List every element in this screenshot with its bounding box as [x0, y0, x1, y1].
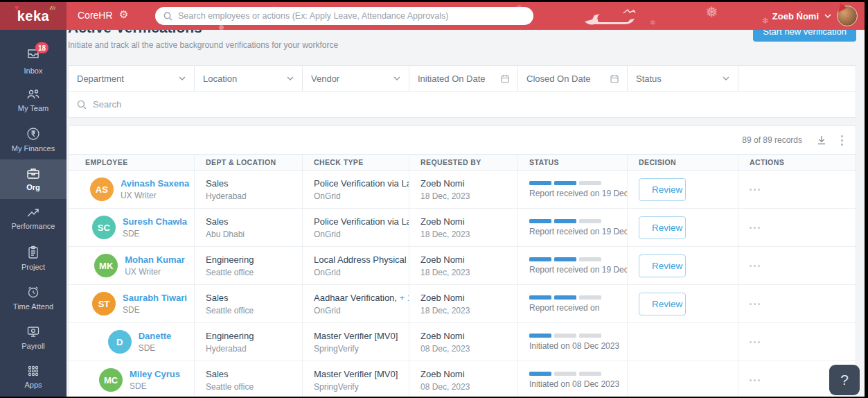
- sidebar-item-apps[interactable]: Apps: [0, 357, 67, 397]
- keka-logo-text: ♥ keka: [17, 8, 50, 24]
- progress-bar: [529, 295, 627, 300]
- help-button[interactable]: ?: [829, 365, 860, 395]
- heart-icon: ♥: [15, 3, 19, 12]
- sidebar-item-org[interactable]: Org: [0, 159, 67, 199]
- row-actions-button[interactable]: [750, 227, 856, 229]
- review-button[interactable]: Review: [639, 254, 686, 277]
- employee-name-link[interactable]: Avinash Saxena: [121, 178, 189, 189]
- sidebar-item-time-attend[interactable]: Time Attend: [0, 278, 67, 318]
- filter-status[interactable]: Status: [628, 66, 738, 91]
- requested-on-date: 18 Dec, 2023: [420, 191, 517, 201]
- filter-vendor[interactable]: Vendor: [303, 66, 409, 91]
- table-search[interactable]: [69, 92, 856, 117]
- employee-name-link[interactable]: Miley Cyrus: [130, 369, 180, 379]
- column-header-employee: EMPLOYEE: [69, 155, 195, 170]
- employee-name-link[interactable]: Suresh Chawla: [123, 216, 187, 227]
- status-text: Report received on 19 Dec 2023: [529, 265, 627, 275]
- employee-avatar: AS: [90, 178, 114, 201]
- status-text: Report received on 19 Dec 2023: [529, 189, 627, 198]
- requested-by-cell: Zoeb Nomi 18 Dec, 2023: [409, 247, 518, 284]
- santa-sleigh-icon: [583, 8, 637, 26]
- requested-by-cell: Zoeb Nomi 08 Dec, 2023: [409, 361, 518, 397]
- sidebar-item-payroll[interactable]: Payroll: [0, 318, 67, 357]
- decoration-dot: [219, 25, 224, 30]
- employee-name-link[interactable]: Danette: [139, 331, 172, 341]
- department: Sales: [206, 293, 302, 303]
- requested-by-cell: Zoeb Nomi 08 Dec, 2023: [409, 323, 518, 361]
- table-search-input[interactable]: [93, 99, 847, 110]
- location: Seattle office: [206, 382, 302, 392]
- requested-on-date: 08 Dec, 2023: [420, 344, 517, 354]
- row-actions-button[interactable]: [750, 341, 856, 343]
- gear-icon[interactable]: ⚙: [119, 8, 128, 21]
- filter-initiated-on-date[interactable]: Initiated On Date: [409, 66, 518, 91]
- sidebar-item-my-team[interactable]: My Team: [0, 80, 67, 120]
- table-row: SC Suresh Chawla SDE Sales Abu Dhabi Pol…: [69, 209, 856, 247]
- dept-location-cell: Sales Seattle office: [195, 285, 303, 322]
- employee-avatar: D: [108, 330, 132, 354]
- filter-location[interactable]: Location: [195, 66, 303, 91]
- location: Hyderabad: [206, 344, 302, 354]
- global-search-input[interactable]: [178, 11, 525, 21]
- snowflake-icon: ❅: [705, 3, 718, 21]
- column-header-actions: ACTIONS: [738, 155, 856, 170]
- status-text: Initiated on 08 Dec 2023: [529, 379, 627, 389]
- requested-by: Zoeb Nomi: [420, 254, 517, 265]
- check-type: Master Verifier [MV0]: [314, 369, 398, 379]
- sidebar-item-inbox[interactable]: 18 Inbox: [0, 41, 67, 80]
- check-type: Police Verification via Law Firm,: [314, 216, 409, 227]
- employee-name-link[interactable]: Saurabh Tiwari: [123, 293, 187, 303]
- sidebar-item-performance[interactable]: Performance: [0, 199, 67, 239]
- location: Hyderabad: [206, 191, 302, 201]
- check-type-more-link[interactable]: + 1: [400, 293, 409, 303]
- chevron-down-icon: [179, 76, 186, 80]
- dept-location-cell: Engineering Hyderabad: [195, 323, 303, 361]
- user-avatar[interactable]: [837, 6, 858, 26]
- vendor: OnGrid: [314, 191, 409, 201]
- filter-closed-on-date[interactable]: Closed On Date: [518, 66, 628, 91]
- employee-role: UX Writer: [121, 191, 189, 200]
- requested-on-date: 18 Dec, 2023: [420, 306, 517, 315]
- sidebar-item-my-finances[interactable]: My Finances: [0, 120, 67, 159]
- review-button[interactable]: Review: [639, 216, 686, 239]
- check-type: Police Verification via Law Firm,: [314, 178, 409, 189]
- top-bar: ❄ ❅ ❄ ❄ ❄ ❅ ❄ ♥ keka CoreHR ⚙: [0, 2, 865, 30]
- column-header-check-type: CHECK TYPE: [303, 155, 409, 170]
- snowflake-icon: ❄: [650, 19, 655, 26]
- vendor: OnGrid: [314, 268, 409, 277]
- more-options-button[interactable]: [841, 135, 843, 146]
- review-button[interactable]: Review: [639, 293, 686, 315]
- chevron-down-icon: [723, 76, 729, 80]
- start-new-verification-button[interactable]: Start new verification: [753, 30, 856, 42]
- review-button[interactable]: Review: [639, 178, 686, 201]
- global-search[interactable]: [155, 7, 533, 25]
- decision-cell: [628, 323, 738, 361]
- vendor: OnGrid: [314, 230, 409, 239]
- main-content: Active Verifications Initiate and track …: [67, 30, 865, 397]
- employee-cell: D Danette SDE: [69, 323, 195, 361]
- row-actions-button[interactable]: [750, 265, 856, 267]
- row-actions-button[interactable]: [750, 303, 856, 305]
- check-type: Master Verifier [MV0]: [314, 331, 398, 341]
- check-type-cell: Police Verification via Law Firm, OnGrid: [303, 171, 409, 208]
- verifications-table: 89 of 89 records EMPLOYEE DEPT & LOCATIO…: [68, 126, 856, 397]
- sidebar-item-project[interactable]: Project: [0, 239, 67, 278]
- row-actions-button[interactable]: [750, 189, 856, 191]
- sparkle-icon: [49, 3, 56, 10]
- download-button[interactable]: [815, 133, 829, 147]
- clipboard-icon: [27, 245, 39, 259]
- calendar-icon: [610, 74, 619, 83]
- product-name[interactable]: CoreHR: [78, 10, 113, 21]
- department: Sales: [206, 216, 302, 227]
- status-text: Report received on: [529, 303, 627, 313]
- employee-avatar: SC: [92, 216, 116, 239]
- employee-name-link[interactable]: Mohan Kumar: [125, 254, 185, 265]
- filter-department[interactable]: Department: [69, 66, 195, 91]
- snowflake-icon: ❄: [762, 16, 769, 26]
- employee-cell: MK Mohan Kumar UX Writer: [69, 247, 195, 284]
- trend-up-icon: [26, 207, 40, 218]
- user-menu[interactable]: Zoeb Ńomi: [772, 2, 858, 30]
- requested-on-date: 18 Dec, 2023: [420, 230, 517, 239]
- actions-cell: [738, 209, 856, 246]
- keka-logo[interactable]: ♥ keka: [0, 2, 67, 30]
